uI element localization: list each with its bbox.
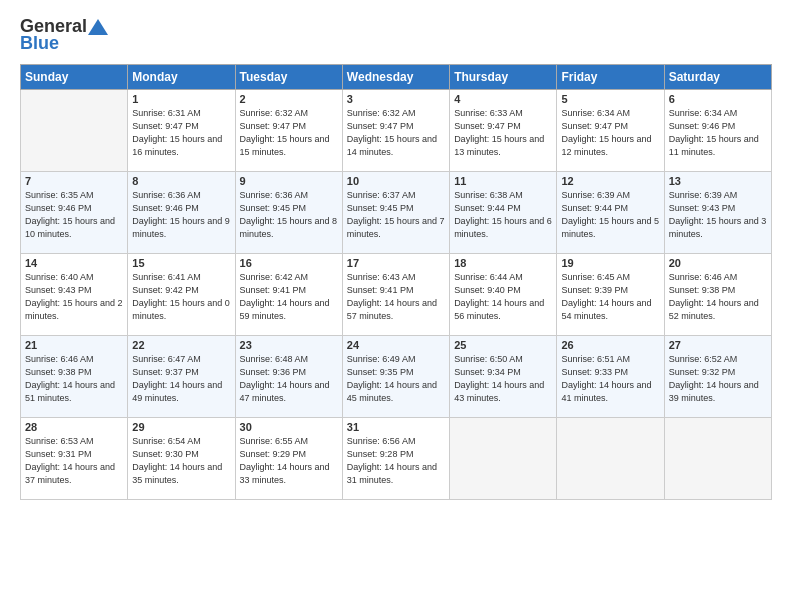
day-number: 2 (240, 93, 338, 105)
calendar-page: General Blue SundayMondayTuesdayWednesda… (0, 0, 792, 612)
calendar-cell: 14Sunrise: 6:40 AMSunset: 9:43 PMDayligh… (21, 254, 128, 336)
column-header-wednesday: Wednesday (342, 65, 449, 90)
day-info: Sunrise: 6:40 AMSunset: 9:43 PMDaylight:… (25, 271, 123, 323)
day-info: Sunrise: 6:48 AMSunset: 9:36 PMDaylight:… (240, 353, 338, 405)
calendar-cell: 1Sunrise: 6:31 AMSunset: 9:47 PMDaylight… (128, 90, 235, 172)
column-header-sunday: Sunday (21, 65, 128, 90)
day-info: Sunrise: 6:56 AMSunset: 9:28 PMDaylight:… (347, 435, 445, 487)
day-info: Sunrise: 6:41 AMSunset: 9:42 PMDaylight:… (132, 271, 230, 323)
day-info: Sunrise: 6:51 AMSunset: 9:33 PMDaylight:… (561, 353, 659, 405)
day-number: 5 (561, 93, 659, 105)
day-info: Sunrise: 6:47 AMSunset: 9:37 PMDaylight:… (132, 353, 230, 405)
calendar-cell: 26Sunrise: 6:51 AMSunset: 9:33 PMDayligh… (557, 336, 664, 418)
day-number: 7 (25, 175, 123, 187)
day-info: Sunrise: 6:49 AMSunset: 9:35 PMDaylight:… (347, 353, 445, 405)
day-number: 17 (347, 257, 445, 269)
day-number: 29 (132, 421, 230, 433)
day-number: 16 (240, 257, 338, 269)
day-info: Sunrise: 6:36 AMSunset: 9:46 PMDaylight:… (132, 189, 230, 241)
day-info: Sunrise: 6:34 AMSunset: 9:47 PMDaylight:… (561, 107, 659, 159)
calendar-cell: 30Sunrise: 6:55 AMSunset: 9:29 PMDayligh… (235, 418, 342, 500)
day-number: 25 (454, 339, 552, 351)
day-number: 22 (132, 339, 230, 351)
day-info: Sunrise: 6:38 AMSunset: 9:44 PMDaylight:… (454, 189, 552, 241)
calendar-cell (557, 418, 664, 500)
day-number: 30 (240, 421, 338, 433)
logo-icon (87, 18, 109, 36)
day-info: Sunrise: 6:36 AMSunset: 9:45 PMDaylight:… (240, 189, 338, 241)
day-number: 10 (347, 175, 445, 187)
calendar-cell: 23Sunrise: 6:48 AMSunset: 9:36 PMDayligh… (235, 336, 342, 418)
day-number: 27 (669, 339, 767, 351)
day-number: 15 (132, 257, 230, 269)
calendar-cell: 10Sunrise: 6:37 AMSunset: 9:45 PMDayligh… (342, 172, 449, 254)
day-number: 31 (347, 421, 445, 433)
page-header: General Blue (20, 16, 772, 54)
calendar-cell: 17Sunrise: 6:43 AMSunset: 9:41 PMDayligh… (342, 254, 449, 336)
calendar-week-row: 7Sunrise: 6:35 AMSunset: 9:46 PMDaylight… (21, 172, 772, 254)
day-number: 21 (25, 339, 123, 351)
day-number: 24 (347, 339, 445, 351)
calendar-week-row: 14Sunrise: 6:40 AMSunset: 9:43 PMDayligh… (21, 254, 772, 336)
day-number: 6 (669, 93, 767, 105)
column-header-monday: Monday (128, 65, 235, 90)
calendar-cell: 6Sunrise: 6:34 AMSunset: 9:46 PMDaylight… (664, 90, 771, 172)
day-info: Sunrise: 6:46 AMSunset: 9:38 PMDaylight:… (669, 271, 767, 323)
calendar-cell: 19Sunrise: 6:45 AMSunset: 9:39 PMDayligh… (557, 254, 664, 336)
day-number: 20 (669, 257, 767, 269)
calendar-cell: 31Sunrise: 6:56 AMSunset: 9:28 PMDayligh… (342, 418, 449, 500)
calendar-week-row: 21Sunrise: 6:46 AMSunset: 9:38 PMDayligh… (21, 336, 772, 418)
calendar-cell: 4Sunrise: 6:33 AMSunset: 9:47 PMDaylight… (450, 90, 557, 172)
calendar-cell: 25Sunrise: 6:50 AMSunset: 9:34 PMDayligh… (450, 336, 557, 418)
day-number: 26 (561, 339, 659, 351)
calendar-cell: 13Sunrise: 6:39 AMSunset: 9:43 PMDayligh… (664, 172, 771, 254)
day-info: Sunrise: 6:33 AMSunset: 9:47 PMDaylight:… (454, 107, 552, 159)
day-number: 9 (240, 175, 338, 187)
day-number: 4 (454, 93, 552, 105)
calendar-cell: 8Sunrise: 6:36 AMSunset: 9:46 PMDaylight… (128, 172, 235, 254)
calendar-cell: 27Sunrise: 6:52 AMSunset: 9:32 PMDayligh… (664, 336, 771, 418)
column-header-saturday: Saturday (664, 65, 771, 90)
calendar-cell: 9Sunrise: 6:36 AMSunset: 9:45 PMDaylight… (235, 172, 342, 254)
day-info: Sunrise: 6:35 AMSunset: 9:46 PMDaylight:… (25, 189, 123, 241)
logo-blue: Blue (20, 33, 59, 54)
day-info: Sunrise: 6:46 AMSunset: 9:38 PMDaylight:… (25, 353, 123, 405)
column-header-tuesday: Tuesday (235, 65, 342, 90)
calendar-cell: 22Sunrise: 6:47 AMSunset: 9:37 PMDayligh… (128, 336, 235, 418)
day-number: 8 (132, 175, 230, 187)
calendar-cell: 16Sunrise: 6:42 AMSunset: 9:41 PMDayligh… (235, 254, 342, 336)
day-info: Sunrise: 6:39 AMSunset: 9:43 PMDaylight:… (669, 189, 767, 241)
day-number: 3 (347, 93, 445, 105)
calendar-cell: 15Sunrise: 6:41 AMSunset: 9:42 PMDayligh… (128, 254, 235, 336)
day-info: Sunrise: 6:34 AMSunset: 9:46 PMDaylight:… (669, 107, 767, 159)
calendar-cell: 7Sunrise: 6:35 AMSunset: 9:46 PMDaylight… (21, 172, 128, 254)
day-info: Sunrise: 6:32 AMSunset: 9:47 PMDaylight:… (240, 107, 338, 159)
calendar-cell (664, 418, 771, 500)
calendar-cell: 3Sunrise: 6:32 AMSunset: 9:47 PMDaylight… (342, 90, 449, 172)
calendar-header-row: SundayMondayTuesdayWednesdayThursdayFrid… (21, 65, 772, 90)
day-info: Sunrise: 6:32 AMSunset: 9:47 PMDaylight:… (347, 107, 445, 159)
day-info: Sunrise: 6:31 AMSunset: 9:47 PMDaylight:… (132, 107, 230, 159)
day-number: 18 (454, 257, 552, 269)
day-info: Sunrise: 6:45 AMSunset: 9:39 PMDaylight:… (561, 271, 659, 323)
calendar-cell: 29Sunrise: 6:54 AMSunset: 9:30 PMDayligh… (128, 418, 235, 500)
day-number: 13 (669, 175, 767, 187)
calendar-cell: 28Sunrise: 6:53 AMSunset: 9:31 PMDayligh… (21, 418, 128, 500)
day-info: Sunrise: 6:43 AMSunset: 9:41 PMDaylight:… (347, 271, 445, 323)
column-header-thursday: Thursday (450, 65, 557, 90)
calendar-cell (21, 90, 128, 172)
calendar-week-row: 1Sunrise: 6:31 AMSunset: 9:47 PMDaylight… (21, 90, 772, 172)
day-info: Sunrise: 6:52 AMSunset: 9:32 PMDaylight:… (669, 353, 767, 405)
day-number: 11 (454, 175, 552, 187)
calendar-cell (450, 418, 557, 500)
day-info: Sunrise: 6:55 AMSunset: 9:29 PMDaylight:… (240, 435, 338, 487)
day-number: 12 (561, 175, 659, 187)
calendar-cell: 12Sunrise: 6:39 AMSunset: 9:44 PMDayligh… (557, 172, 664, 254)
day-info: Sunrise: 6:37 AMSunset: 9:45 PMDaylight:… (347, 189, 445, 241)
day-info: Sunrise: 6:44 AMSunset: 9:40 PMDaylight:… (454, 271, 552, 323)
calendar-cell: 5Sunrise: 6:34 AMSunset: 9:47 PMDaylight… (557, 90, 664, 172)
day-number: 14 (25, 257, 123, 269)
calendar-cell: 20Sunrise: 6:46 AMSunset: 9:38 PMDayligh… (664, 254, 771, 336)
column-header-friday: Friday (557, 65, 664, 90)
calendar-cell: 21Sunrise: 6:46 AMSunset: 9:38 PMDayligh… (21, 336, 128, 418)
